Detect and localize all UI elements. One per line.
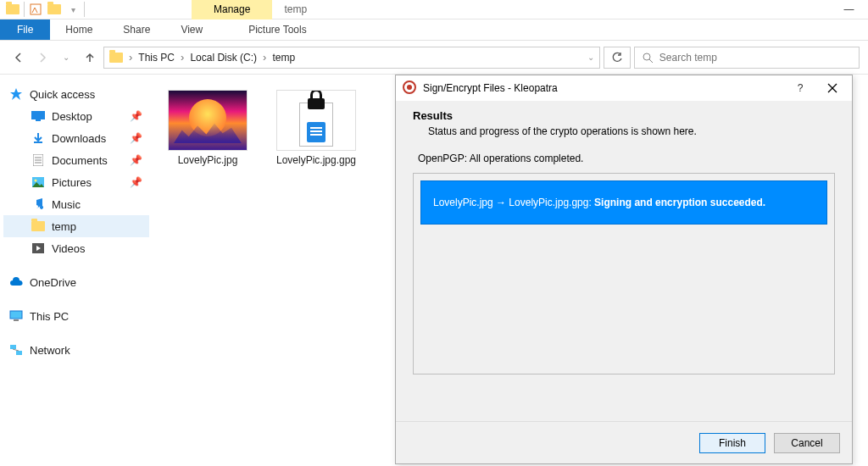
dialog-body: Results Status and progress of the crypt… <box>396 101 852 421</box>
svg-rect-5 <box>36 119 41 121</box>
svg-rect-18 <box>16 351 22 355</box>
sidebar-item-desktop[interactable]: Desktop📌 <box>3 105 149 127</box>
nav-label: Pictures <box>52 176 92 189</box>
svg-point-1 <box>643 53 650 60</box>
file-name: LovelyPic.jpg <box>178 154 238 166</box>
forward-button[interactable] <box>32 47 53 68</box>
cancel-button[interactable]: Cancel <box>774 433 840 453</box>
cloud-icon <box>8 276 24 288</box>
address-bar-row: ⌄ This PC Local Disk (C:) temp ⌄ <box>0 41 868 75</box>
nav-label: Videos <box>52 242 86 255</box>
results-description: Status and progress of the crypto operat… <box>428 125 835 137</box>
breadcrumb-segment[interactable]: Local Disk (C:) <box>190 52 257 64</box>
finish-button[interactable]: Finish <box>699 433 765 453</box>
divider <box>24 2 25 17</box>
status-line: OpenPGP: All operations completed. <box>418 153 830 164</box>
properties-icon[interactable] <box>26 0 45 19</box>
ribbon: File Home Share View Picture Tools <box>0 19 868 41</box>
quick-access-header[interactable]: Quick access <box>3 83 149 105</box>
breadcrumb-segment[interactable]: This PC <box>138 52 175 64</box>
up-button[interactable] <box>80 47 100 68</box>
svg-rect-15 <box>10 311 22 319</box>
svg-point-21 <box>407 85 412 90</box>
nav-label: Desktop <box>52 110 92 123</box>
recent-dropdown[interactable]: ⌄ <box>56 47 76 68</box>
search-icon <box>642 52 653 64</box>
pictures-icon <box>31 176 46 188</box>
pc-icon <box>8 310 24 322</box>
file-item[interactable]: LovelyPic.jpg <box>161 90 254 166</box>
nav-label: temp <box>52 220 76 233</box>
share-tab[interactable]: Share <box>108 19 165 40</box>
picture-tools-tab[interactable]: Picture Tools <box>233 19 321 40</box>
dialog-titlebar[interactable]: Sign/Encrypt Files - Kleopatra ? <box>396 75 852 101</box>
minimize-button[interactable]: — <box>830 0 868 19</box>
results-heading: Results <box>413 109 835 122</box>
new-folder-icon[interactable] <box>45 0 64 19</box>
nav-label: OneDrive <box>30 276 76 289</box>
kleopatra-dialog: Sign/Encrypt Files - Kleopatra ? Results… <box>395 75 853 464</box>
close-button[interactable] <box>820 75 845 101</box>
contextual-tab-label[interactable]: Manage <box>192 0 272 19</box>
sidebar-item-pictures[interactable]: Pictures📌 <box>3 171 149 193</box>
sidebar-item-documents[interactable]: Documents📌 <box>3 149 149 171</box>
svg-rect-4 <box>31 111 45 119</box>
pin-icon: 📌 <box>130 154 142 166</box>
svg-rect-16 <box>14 319 19 321</box>
breadcrumb-segment[interactable]: temp <box>272 52 295 64</box>
contextual-tab: Manage temp <box>192 0 319 19</box>
sidebar-item-music[interactable]: Music <box>3 193 149 215</box>
home-tab[interactable]: Home <box>50 19 108 40</box>
sidebar-item-downloads[interactable]: Downloads📌 <box>3 127 149 149</box>
window-title: temp <box>272 0 319 19</box>
file-item[interactable]: LovelyPic.jpg.gpg <box>270 90 363 166</box>
help-button[interactable]: ? <box>787 75 813 101</box>
pin-icon: 📌 <box>130 132 142 144</box>
address-dropdown[interactable]: ⌄ <box>587 53 594 62</box>
results-panel: LovelyPic.jpg → LovelyPic.jpg.gpg: Signi… <box>413 173 835 374</box>
document-icon <box>31 154 46 166</box>
view-tab[interactable]: View <box>165 19 218 40</box>
divider <box>84 2 85 17</box>
music-icon <box>31 198 46 210</box>
folder-icon <box>31 220 46 232</box>
pin-icon: 📌 <box>130 176 142 188</box>
address-bar[interactable]: This PC Local Disk (C:) temp ⌄ <box>103 47 600 69</box>
search-input[interactable] <box>659 52 852 64</box>
search-box[interactable] <box>634 47 860 69</box>
sidebar-item-network[interactable]: Network <box>3 339 149 361</box>
image-thumbnail <box>168 90 248 151</box>
dialog-title: Sign/Encrypt Files - Kleopatra <box>423 82 558 94</box>
folder-icon <box>3 0 22 19</box>
back-button[interactable] <box>8 47 29 68</box>
nav-label: This PC <box>30 310 69 323</box>
svg-point-12 <box>35 180 37 182</box>
status-prefix: LovelyPic.jpg → LovelyPic.jpg.gpg: <box>433 197 594 208</box>
svg-line-19 <box>13 349 19 351</box>
desktop-icon <box>31 110 46 122</box>
qat-dropdown-icon[interactable]: ▾ <box>64 0 82 19</box>
navigation-pane: Quick access Desktop📌 Downloads📌 Documen… <box>0 75 153 466</box>
nav-label: Downloads <box>52 132 106 145</box>
app-icon <box>403 80 416 97</box>
file-tab[interactable]: File <box>0 19 50 40</box>
refresh-button[interactable] <box>604 47 631 69</box>
download-icon <box>31 132 46 144</box>
svg-line-2 <box>649 59 653 63</box>
pin-icon: 📌 <box>130 110 142 122</box>
videos-icon <box>31 242 46 254</box>
sidebar-item-temp[interactable]: temp <box>3 215 149 237</box>
svg-rect-17 <box>10 345 16 349</box>
file-name: LovelyPic.jpg.gpg <box>276 154 356 166</box>
status-message: LovelyPic.jpg → LovelyPic.jpg.gpg: Signi… <box>420 180 827 225</box>
nav-label: Documents <box>52 154 108 167</box>
sidebar-item-videos[interactable]: Videos <box>3 237 149 259</box>
sidebar-item-onedrive[interactable]: OneDrive <box>3 271 149 293</box>
nav-label: Network <box>30 344 70 357</box>
nav-label: Music <box>52 198 81 211</box>
quick-access-toolbar: ▾ <box>0 0 86 19</box>
sidebar-item-this-pc[interactable]: This PC <box>3 305 149 327</box>
gpg-thumbnail <box>276 90 356 151</box>
status-bold: Signing and encryption succeeded. <box>594 197 765 208</box>
star-icon <box>8 88 24 100</box>
